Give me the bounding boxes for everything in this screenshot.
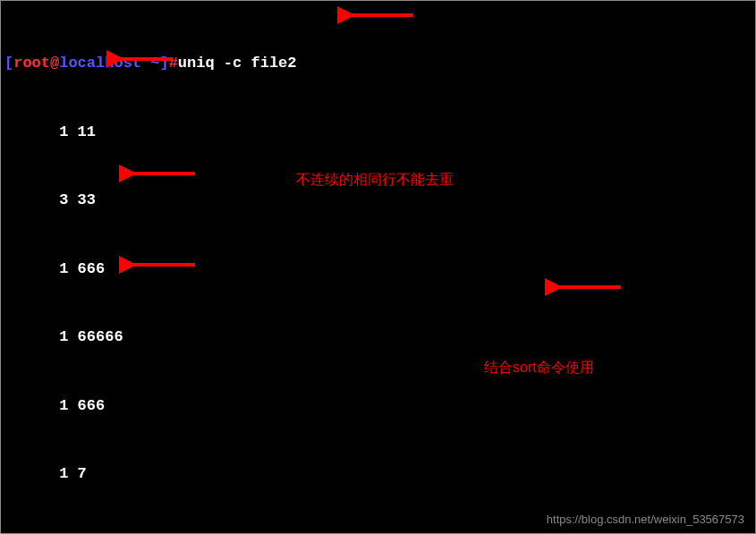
prompt-tilde: ~ (150, 55, 159, 72)
output-line: 1 77 (4, 531, 752, 535)
command-text-1: uniq -c file2 (178, 55, 297, 72)
prompt-bracket-close: ] (159, 55, 168, 72)
watermark-text: https://blog.csdn.net/weixin_53567573 (547, 513, 744, 526)
output-line: 1 666 (4, 258, 752, 281)
output-line: 1 666 (4, 394, 752, 418)
prompt-at: @ (50, 55, 59, 72)
prompt-hash: # (169, 55, 178, 72)
output-line: 1 66666 (4, 326, 752, 349)
prompt-user: root (13, 55, 50, 72)
prompt-space (141, 55, 150, 72)
prompt-host: localhost (59, 55, 141, 72)
output-line: 1 7 (4, 462, 752, 486)
output-line: 1 11 (4, 121, 752, 144)
terminal-output[interactable]: [root@localhost ~]#uniq -c file2 1 11 3 … (1, 1, 755, 534)
command-line-1: [root@localhost ~]#uniq -c file2 (4, 52, 752, 75)
annotation-text-1: 不连续的相同行不能去重 (296, 171, 454, 190)
annotation-text-2: 结合sort命令使用 (484, 359, 594, 377)
output-line: 3 33 (4, 189, 752, 212)
prompt-bracket-open: [ (4, 55, 13, 72)
